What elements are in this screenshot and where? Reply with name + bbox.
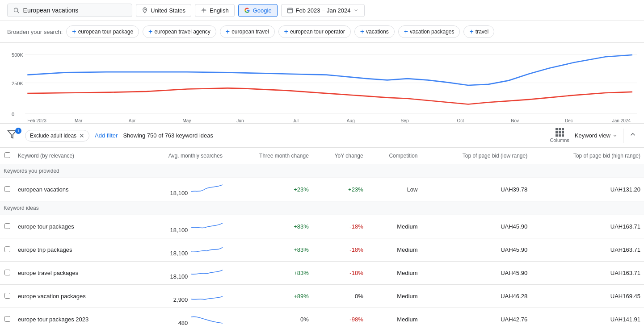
location-button[interactable]: United States — [136, 4, 191, 17]
language-button[interactable]: English — [195, 4, 235, 17]
chart-area: 500K 250K 0 Feb 2023 Mar Apr May Jun Jul… — [0, 43, 644, 124]
translate-icon — [201, 7, 207, 13]
row-avg-monthly: 2,900 — [133, 285, 226, 308]
table-row: europe trip packages 18,100 +83% -18% Me… — [0, 238, 644, 262]
header-keyword[interactable]: Keyword (by relevance) — [14, 148, 133, 164]
location-icon — [142, 7, 148, 13]
svg-text:Mar: Mar — [75, 118, 83, 123]
header-yoy[interactable]: YoY change — [312, 148, 367, 164]
header-avg-monthly[interactable]: Avg. monthly searches — [133, 148, 226, 164]
date-button[interactable]: Feb 2023 – Jan 2024 — [281, 4, 365, 17]
row-checkbox-p0[interactable] — [4, 186, 10, 192]
row-high-bid: UAH169.45 — [531, 285, 644, 308]
row-high-bid: UAH131.20 — [531, 178, 644, 201]
google-icon — [244, 7, 250, 13]
table-row: european vacations 18,100 +23% +23% Low … — [0, 178, 644, 201]
blue-trend-line — [27, 55, 632, 85]
broaden-chip-0[interactable]: + european tour package — [66, 25, 139, 38]
chart-container: 500K 250K 0 Feb 2023 Mar Apr May Jun Jul… — [7, 47, 637, 123]
collapse-button[interactable] — [629, 130, 637, 141]
columns-icon — [556, 128, 564, 137]
row-checkbox-cell[interactable] — [0, 262, 14, 285]
row-yoy: -18% — [312, 215, 367, 238]
date-range-label: Feb 2023 – Jan 2024 — [296, 7, 351, 14]
row-high-bid: UAH163.71 — [531, 238, 644, 262]
row-avg-monthly: 18,100 — [133, 262, 226, 285]
svg-text:Aug: Aug — [347, 118, 355, 123]
filter-icon-wrap[interactable]: 1 — [7, 129, 20, 142]
row-checkbox-i0[interactable] — [4, 223, 10, 229]
row-competition: Medium — [367, 238, 421, 262]
header-three-month[interactable]: Three month change — [226, 148, 312, 164]
row-competition: Medium — [367, 262, 421, 285]
row-high-bid: UAH163.71 — [531, 262, 644, 285]
broaden-chip-1[interactable]: + european travel agency — [143, 25, 216, 38]
svg-text:Jul: Jul — [293, 118, 299, 123]
filter-bar: 1 Exclude adult ideas ✕ Add filter Showi… — [0, 124, 644, 148]
columns-label: Columns — [550, 137, 569, 143]
svg-line-1 — [17, 12, 19, 13]
plus-icon-1: + — [148, 28, 152, 35]
row-checkbox-i2[interactable] — [4, 270, 10, 275]
row-three-month: +83% — [226, 238, 312, 262]
row-checkbox-cell[interactable] — [0, 285, 14, 308]
row-checkbox-cell[interactable] — [0, 178, 14, 201]
exclude-chip-label: Exclude adult ideas — [30, 133, 76, 139]
table-row: europe tour packages 2023 480 0% -98% Me… — [0, 308, 644, 327]
search-input[interactable] — [23, 7, 126, 14]
divider — [623, 129, 623, 143]
header-competition[interactable]: Competition — [367, 148, 421, 164]
row-keyword: europe vacation packages — [14, 285, 133, 308]
keyword-view-button[interactable]: Keyword view — [575, 132, 618, 139]
broaden-chip-5[interactable]: + vacation packages — [398, 25, 460, 38]
row-checkbox-cell[interactable] — [0, 308, 14, 327]
row-checkbox-i3[interactable] — [4, 293, 10, 299]
row-avg-monthly: 18,100 — [133, 215, 226, 238]
section-ideas-header: Keyword ideas — [0, 201, 644, 215]
row-checkbox-i1[interactable] — [4, 246, 10, 252]
language-label: English — [210, 7, 229, 14]
row-avg-monthly: 18,100 — [133, 178, 226, 201]
row-keyword: european vacations — [14, 178, 133, 201]
row-checkbox-cell[interactable] — [0, 238, 14, 262]
showing-text: Showing 750 of 763 keyword ideas — [123, 132, 544, 139]
header-checkbox[interactable] — [0, 148, 14, 164]
row-low-bid: UAH45.90 — [421, 215, 531, 238]
svg-point-2 — [144, 9, 146, 10]
broaden-chip-4[interactable]: + vacations — [354, 25, 395, 38]
row-checkbox-cell[interactable] — [0, 215, 14, 238]
row-yoy: -98% — [312, 308, 367, 327]
trend-chart: 500K 250K 0 Feb 2023 Mar Apr May Jun Jul… — [7, 47, 637, 123]
chip-label-5: vacation packages — [410, 29, 454, 35]
table-row: europe travel packages 18,100 +83% -18% … — [0, 262, 644, 285]
location-label: United States — [151, 7, 185, 14]
columns-button[interactable]: Columns — [550, 128, 569, 143]
network-label: Google — [253, 7, 272, 14]
exclude-chip[interactable]: Exclude adult ideas ✕ — [25, 130, 89, 142]
row-low-bid: UAH45.90 — [421, 238, 531, 262]
row-high-bid: UAH163.71 — [531, 215, 644, 238]
header-high-bid[interactable]: Top of page bid (high range) — [531, 148, 644, 164]
broaden-label: Broaden your search: — [7, 29, 63, 35]
row-keyword: europe trip packages — [14, 238, 133, 262]
section-ideas-label: Keyword ideas — [0, 201, 644, 215]
network-button[interactable]: Google — [238, 4, 278, 17]
row-low-bid: UAH42.76 — [421, 308, 531, 327]
broaden-chip-3[interactable]: + european tour operator — [278, 25, 351, 38]
search-box[interactable] — [7, 4, 132, 17]
row-keyword: europe tour packages 2023 — [14, 308, 133, 327]
row-checkbox-i4[interactable] — [4, 316, 10, 322]
row-competition: Medium — [367, 215, 421, 238]
select-all-checkbox[interactable] — [4, 152, 10, 158]
plus-icon-2: + — [226, 28, 230, 35]
header-low-bid[interactable]: Top of page bid (low range) — [421, 148, 531, 164]
chip-label-6: travel — [476, 29, 488, 35]
chip-label-0: european tour package — [78, 29, 133, 35]
svg-text:Nov: Nov — [511, 118, 519, 123]
add-filter-button[interactable]: Add filter — [95, 132, 118, 139]
row-three-month: +83% — [226, 262, 312, 285]
keyword-table: Keyword (by relevance) Avg. monthly sear… — [0, 148, 644, 326]
broaden-chip-6[interactable]: + travel — [463, 25, 494, 38]
broaden-chip-2[interactable]: + european travel — [220, 25, 275, 38]
close-icon[interactable]: ✕ — [79, 132, 84, 139]
